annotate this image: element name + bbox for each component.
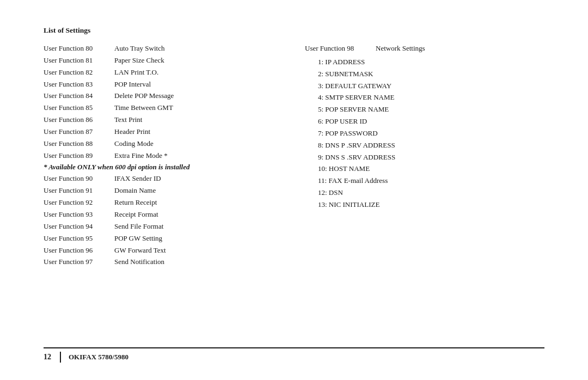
function-label: User Function 82 [44, 68, 114, 78]
content-area: User Function 80Auto Tray SwitchUser Fun… [44, 44, 544, 341]
function-value: Time Between GMT [114, 103, 173, 113]
function-value: POP GW Setting [114, 234, 162, 244]
list-item: User Function 82LAN Print T.O. [44, 68, 283, 78]
function-value: Extra Fine Mode * [114, 151, 168, 161]
function-label: User Function 86 [44, 115, 114, 125]
network-func-value: Network Settings [376, 44, 425, 54]
right-column: User Function 98 Network Settings 1: IP … [294, 44, 544, 341]
function-label: User Function 96 [44, 246, 114, 256]
function-label: User Function 95 [44, 234, 114, 244]
list-item: User Function 94Send File Format [44, 222, 283, 232]
network-func-label: User Function 98 [305, 44, 376, 54]
network-sub-item: 13: NIC INITIALIZE [318, 200, 544, 210]
network-sub-items: 1: IP ADDRESS2: SUBNETMASK3: DEFAULT GAT… [305, 57, 544, 210]
network-sub-item: 2: SUBNETMASK [318, 69, 544, 79]
network-sub-item: 10: HOST NAME [318, 164, 544, 174]
list-item: User Function 89Extra Fine Mode * [44, 151, 283, 161]
list-item: User Function 87Header Print [44, 127, 283, 137]
function-value: Receipt Format [114, 210, 158, 220]
function-value: Auto Tray Switch [114, 44, 164, 54]
network-sub-item: 1: IP ADDRESS [318, 57, 544, 68]
function-label: User Function 92 [44, 198, 114, 208]
settings-list-secondary: User Function 90IFAX Sender IDUser Funct… [44, 174, 283, 267]
list-item: User Function 96GW Forward Text [44, 246, 283, 256]
function-label: User Function 94 [44, 222, 114, 232]
function-label: User Function 97 [44, 257, 114, 267]
function-label: User Function 83 [44, 79, 114, 90]
page-title: List of Settings [44, 26, 544, 35]
list-item: User Function 91Domain Name [44, 186, 283, 196]
list-item: User Function 88Coding Mode [44, 139, 283, 149]
page: List of Settings User Function 80Auto Tr… [0, 0, 588, 380]
network-sub-item: 11: FAX E-mail Address [318, 176, 544, 186]
function-value: GW Forward Text [114, 246, 166, 256]
list-item: User Function 93Receipt Format [44, 210, 283, 220]
network-sub-item: 9: DNS S .SRV ADDRESS [318, 152, 544, 163]
footer-brand: OKIFAX 5780/5980 [69, 353, 128, 361]
list-item: User Function 86Text Print [44, 115, 283, 125]
list-item: User Function 83POP Interval [44, 79, 283, 90]
function-value: Header Print [114, 127, 150, 137]
function-label: User Function 87 [44, 127, 114, 137]
settings-list-primary: User Function 80Auto Tray SwitchUser Fun… [44, 44, 283, 161]
function-label: User Function 91 [44, 186, 114, 196]
function-label: User Function 89 [44, 151, 114, 161]
list-item: User Function 85Time Between GMT [44, 103, 283, 113]
network-sub-item: 5: POP SERVER NAME [318, 105, 544, 115]
list-item: User Function 95POP GW Setting [44, 234, 283, 244]
function-value: Delete POP Message [114, 91, 174, 101]
network-sub-item: 7: POP PASSWORD [318, 128, 544, 139]
function-label: User Function 81 [44, 56, 114, 66]
function-value: Paper Size Check [114, 56, 164, 66]
function-label: User Function 80 [44, 44, 114, 54]
list-item: User Function 81Paper Size Check [44, 56, 283, 66]
list-item: User Function 90IFAX Sender ID [44, 174, 283, 184]
function-label: User Function 85 [44, 103, 114, 113]
footer-page-number: 12 [44, 353, 51, 361]
function-value: Coding Mode [114, 139, 154, 149]
function-value: Send File Format [114, 222, 163, 232]
note-row: * Available ONLY when 600 dpi option is … [44, 163, 283, 171]
list-item: User Function 80Auto Tray Switch [44, 44, 283, 54]
function-label: User Function 93 [44, 210, 114, 220]
network-sub-item: 4: SMTP SERVER NAME [318, 93, 544, 103]
note-text: * Available ONLY when 600 dpi option is … [44, 163, 189, 171]
function-label: User Function 84 [44, 91, 114, 101]
function-value: POP Interval [114, 79, 151, 90]
list-item: User Function 92Return Receipt [44, 198, 283, 208]
function-value: Return Receipt [114, 198, 157, 208]
function-value: LAN Print T.O. [114, 68, 158, 78]
function-label: User Function 90 [44, 174, 114, 184]
left-column: User Function 80Auto Tray SwitchUser Fun… [44, 44, 294, 341]
network-header-row: User Function 98 Network Settings [305, 44, 544, 54]
function-value: Domain Name [114, 186, 156, 196]
function-value: Send Notification [114, 257, 164, 267]
function-value: IFAX Sender ID [114, 174, 161, 184]
function-label: User Function 88 [44, 139, 114, 149]
footer: 12 OKIFAX 5780/5980 [44, 347, 544, 363]
list-item: User Function 84Delete POP Message [44, 91, 283, 101]
network-sub-item: 12: DSN [318, 188, 544, 198]
footer-divider [60, 352, 61, 363]
network-sub-item: 6: POP USER ID [318, 117, 544, 127]
network-sub-item: 3: DEFAULT GATEWAY [318, 81, 544, 91]
network-sub-item: 8: DNS P .SRV ADDRESS [318, 140, 544, 151]
function-value: Text Print [114, 115, 142, 125]
list-item: User Function 97Send Notification [44, 257, 283, 267]
